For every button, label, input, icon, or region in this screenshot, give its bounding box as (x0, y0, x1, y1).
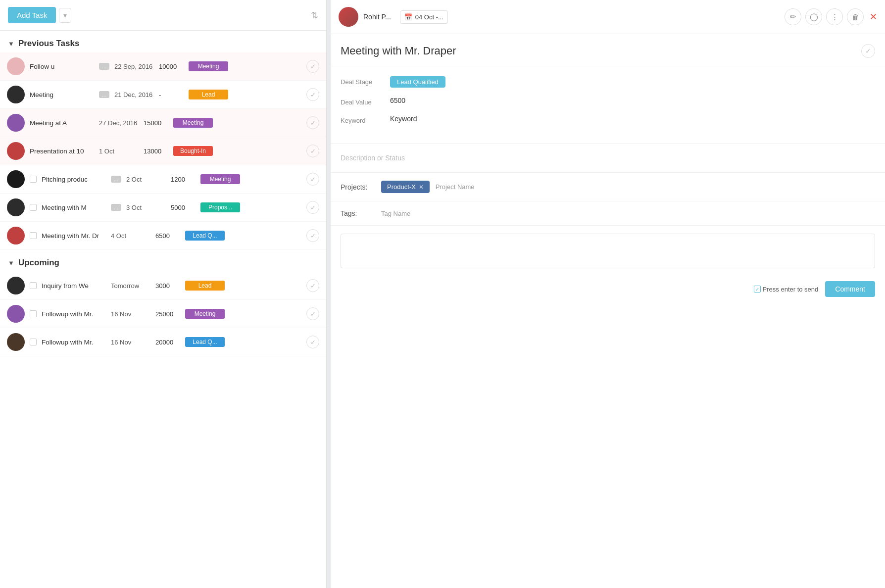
detail-title: Meeting with Mr. Draper (341, 45, 456, 57)
task-check-icon[interactable]: ✓ (306, 116, 319, 129)
deal-stage-label: Deal Stage (341, 76, 380, 86)
task-name: Followup with Mr. (42, 339, 106, 346)
task-checkbox[interactable] (30, 232, 37, 239)
task-checkbox[interactable] (30, 339, 37, 345)
tags-label: Tags: (341, 209, 375, 217)
task-row[interactable]: Meeting with M … 3 Oct 5000 Propos... ✓ (0, 194, 326, 222)
task-name: Meeting at A (30, 119, 94, 127)
task-check-icon[interactable]: ✓ (306, 229, 319, 242)
upcoming-section-header: ▼ Upcoming (0, 250, 326, 272)
task-date: 1 Oct (99, 147, 139, 155)
task-row[interactable]: Meeting … 21 Dec, 2016 - Lead ✓ (0, 81, 326, 109)
task-row[interactable]: Meeting with Mr. Dr 4 Oct 6500 Lead Q...… (0, 222, 326, 250)
trash-button[interactable]: 🗑 (847, 8, 864, 25)
detail-actions: ✏ ◯ ⋮ 🗑 ✕ (785, 8, 877, 25)
task-tag[interactable]: Lead (185, 281, 225, 291)
detail-user-name: Rohit P... (363, 13, 391, 21)
avatar (7, 333, 25, 351)
avatar (7, 305, 25, 323)
pencil-button[interactable]: ✏ (785, 8, 801, 25)
task-check-icon[interactable]: ✓ (306, 88, 319, 101)
task-date: 3 Oct (126, 204, 166, 211)
detail-date-value: 04 Oct -... (415, 13, 443, 21)
task-name: Presentation at 10 (30, 147, 94, 155)
task-row[interactable]: Meeting at A 27 Dec, 2016 15000 Meeting … (0, 109, 326, 137)
press-enter-label: Press enter to send (763, 286, 819, 293)
task-row[interactable]: Presentation at 10 1 Oct 13000 Bought-In… (0, 137, 326, 165)
task-value: - (159, 91, 184, 98)
task-value: 25000 (155, 310, 180, 318)
comment-button[interactable]: Comment (825, 281, 875, 297)
task-dots-icon[interactable]: … (111, 204, 121, 211)
left-panel: Add Task ▾ ⇅ ▼ Previous Tasks Follow u …… (0, 0, 327, 588)
task-tag[interactable]: Propos... (200, 202, 240, 212)
previous-tasks-label: Previous Tasks (18, 39, 79, 49)
task-dots-icon[interactable]: … (99, 91, 109, 98)
add-task-button[interactable]: Add Task (8, 7, 56, 23)
description-placeholder: Description or Status (341, 154, 405, 162)
close-button[interactable]: ✕ (870, 11, 877, 22)
task-row[interactable]: Followup with Mr. 16 Nov 20000 Lead Q...… (0, 328, 326, 356)
task-tag[interactable]: Meeting (173, 118, 213, 128)
sort-icon[interactable]: ⇅ (311, 10, 318, 21)
task-name: Inquiry from We (42, 282, 106, 290)
task-date: 27 Dec, 2016 (99, 119, 139, 127)
more-options-button[interactable]: ⋮ (826, 8, 843, 25)
detail-title-check-button[interactable]: ✓ (861, 44, 875, 58)
task-tag[interactable]: Lead Q... (185, 231, 225, 241)
task-check-icon[interactable]: ✓ (306, 336, 319, 348)
task-checkbox[interactable] (30, 204, 37, 211)
previous-tasks-chevron-icon[interactable]: ▼ (8, 40, 14, 48)
task-tag[interactable]: Bought-In (173, 146, 213, 156)
project-name-input[interactable]: Project Name (436, 183, 475, 191)
task-check-icon[interactable]: ✓ (306, 279, 319, 292)
task-date: 16 Nov (111, 310, 150, 318)
avatar (7, 86, 25, 103)
task-name: Followup with Mr. (42, 310, 106, 318)
task-row[interactable]: Pitching produc … 2 Oct 1200 Meeting ✓ (0, 165, 326, 194)
task-checkbox[interactable] (30, 310, 37, 317)
task-check-icon[interactable]: ✓ (306, 145, 319, 157)
task-tag[interactable]: Meeting (189, 61, 228, 71)
comment-input[interactable] (341, 234, 875, 268)
upcoming-chevron-icon[interactable]: ▼ (8, 259, 14, 267)
tag-name-input[interactable]: Tag Name (381, 210, 410, 217)
projects-label: Projects: (341, 183, 375, 191)
avatar (7, 114, 25, 132)
task-dots-icon[interactable]: … (99, 63, 109, 70)
task-value: 13000 (144, 147, 168, 155)
dropdown-arrow-icon[interactable]: ▾ (59, 8, 71, 23)
press-enter-checkbox[interactable]: ✓ (754, 286, 761, 293)
task-row[interactable]: Followup with Mr. 16 Nov 25000 Meeting ✓ (0, 300, 326, 328)
task-check-icon[interactable]: ✓ (306, 60, 319, 73)
task-row[interactable]: Follow u … 22 Sep, 2016 10000 Meeting ✓ (0, 52, 326, 81)
keyword-row: Keyword Keyword (341, 115, 875, 124)
task-name: Meeting with M (42, 204, 106, 211)
task-tag[interactable]: Meeting (200, 174, 240, 184)
avatar (7, 198, 25, 216)
task-check-icon[interactable]: ✓ (306, 173, 319, 186)
task-tag[interactable]: Lead Q... (185, 337, 225, 347)
project-tag[interactable]: Product-X ✕ (381, 181, 430, 193)
deal-stage-badge[interactable]: Lead Qualified (390, 76, 445, 88)
detail-avatar (339, 7, 358, 27)
task-dots-icon[interactable]: … (111, 176, 121, 183)
task-check-icon[interactable]: ✓ (306, 307, 319, 320)
task-checkbox[interactable] (30, 282, 37, 289)
circle-button[interactable]: ◯ (805, 8, 822, 25)
project-tag-remove-icon[interactable]: ✕ (419, 184, 424, 191)
task-date: 21 Dec, 2016 (114, 91, 154, 98)
keyword-value: Keyword (390, 115, 417, 123)
task-tag[interactable]: Meeting (185, 309, 225, 319)
task-value: 5000 (171, 204, 196, 211)
task-value: 1200 (171, 176, 196, 183)
comment-footer: ✓ Press enter to send Comment (331, 276, 885, 305)
task-check-icon[interactable]: ✓ (306, 201, 319, 214)
press-enter-text: ✓ Press enter to send (754, 286, 819, 293)
task-value: 15000 (144, 119, 168, 127)
task-tag[interactable]: Lead (189, 90, 228, 99)
task-date: 4 Oct (111, 232, 150, 240)
detail-date-field[interactable]: 📅 04 Oct -... (400, 10, 448, 24)
task-checkbox[interactable] (30, 176, 37, 183)
task-row[interactable]: Inquiry from We Tomorrow 3000 Lead ✓ (0, 272, 326, 300)
